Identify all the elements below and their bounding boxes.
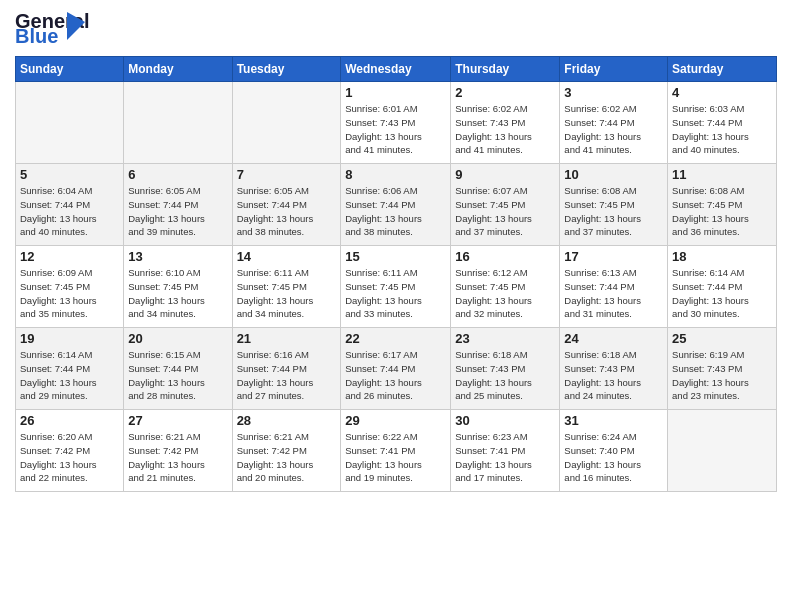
day-number: 19 [20, 331, 119, 346]
day-info: Sunrise: 6:15 AM Sunset: 7:44 PM Dayligh… [128, 348, 227, 403]
day-info: Sunrise: 6:02 AM Sunset: 7:44 PM Dayligh… [564, 102, 663, 157]
day-info: Sunrise: 6:19 AM Sunset: 7:43 PM Dayligh… [672, 348, 772, 403]
day-number: 6 [128, 167, 227, 182]
calendar-cell: 15Sunrise: 6:11 AM Sunset: 7:45 PM Dayli… [341, 246, 451, 328]
calendar-header-saturday: Saturday [668, 57, 777, 82]
calendar-cell: 2Sunrise: 6:02 AM Sunset: 7:43 PM Daylig… [451, 82, 560, 164]
calendar-cell [16, 82, 124, 164]
day-number: 15 [345, 249, 446, 264]
calendar-table: SundayMondayTuesdayWednesdayThursdayFrid… [15, 56, 777, 492]
day-info: Sunrise: 6:09 AM Sunset: 7:45 PM Dayligh… [20, 266, 119, 321]
day-number: 30 [455, 413, 555, 428]
calendar-cell: 24Sunrise: 6:18 AM Sunset: 7:43 PM Dayli… [560, 328, 668, 410]
calendar-cell: 20Sunrise: 6:15 AM Sunset: 7:44 PM Dayli… [124, 328, 232, 410]
calendar-cell: 6Sunrise: 6:05 AM Sunset: 7:44 PM Daylig… [124, 164, 232, 246]
day-info: Sunrise: 6:23 AM Sunset: 7:41 PM Dayligh… [455, 430, 555, 485]
day-number: 14 [237, 249, 337, 264]
day-number: 20 [128, 331, 227, 346]
calendar-cell: 29Sunrise: 6:22 AM Sunset: 7:41 PM Dayli… [341, 410, 451, 492]
calendar-cell [232, 82, 341, 164]
calendar-cell: 8Sunrise: 6:06 AM Sunset: 7:44 PM Daylig… [341, 164, 451, 246]
calendar-cell: 18Sunrise: 6:14 AM Sunset: 7:44 PM Dayli… [668, 246, 777, 328]
calendar-header-tuesday: Tuesday [232, 57, 341, 82]
calendar-cell: 28Sunrise: 6:21 AM Sunset: 7:42 PM Dayli… [232, 410, 341, 492]
day-number: 11 [672, 167, 772, 182]
calendar-cell: 11Sunrise: 6:08 AM Sunset: 7:45 PM Dayli… [668, 164, 777, 246]
day-info: Sunrise: 6:05 AM Sunset: 7:44 PM Dayligh… [128, 184, 227, 239]
calendar-week-4: 19Sunrise: 6:14 AM Sunset: 7:44 PM Dayli… [16, 328, 777, 410]
day-number: 9 [455, 167, 555, 182]
day-info: Sunrise: 6:04 AM Sunset: 7:44 PM Dayligh… [20, 184, 119, 239]
day-number: 28 [237, 413, 337, 428]
day-number: 25 [672, 331, 772, 346]
calendar-week-5: 26Sunrise: 6:20 AM Sunset: 7:42 PM Dayli… [16, 410, 777, 492]
calendar-week-1: 1Sunrise: 6:01 AM Sunset: 7:43 PM Daylig… [16, 82, 777, 164]
day-info: Sunrise: 6:03 AM Sunset: 7:44 PM Dayligh… [672, 102, 772, 157]
calendar-header-row: SundayMondayTuesdayWednesdayThursdayFrid… [16, 57, 777, 82]
day-number: 13 [128, 249, 227, 264]
calendar-cell: 17Sunrise: 6:13 AM Sunset: 7:44 PM Dayli… [560, 246, 668, 328]
header: General Blue [15, 10, 777, 48]
day-number: 18 [672, 249, 772, 264]
calendar-header-thursday: Thursday [451, 57, 560, 82]
calendar-cell: 3Sunrise: 6:02 AM Sunset: 7:44 PM Daylig… [560, 82, 668, 164]
day-number: 3 [564, 85, 663, 100]
day-info: Sunrise: 6:11 AM Sunset: 7:45 PM Dayligh… [237, 266, 337, 321]
page: General Blue SundayMondayTuesdayWednesda… [0, 0, 792, 612]
calendar-cell [668, 410, 777, 492]
day-number: 24 [564, 331, 663, 346]
day-info: Sunrise: 6:07 AM Sunset: 7:45 PM Dayligh… [455, 184, 555, 239]
calendar-cell: 25Sunrise: 6:19 AM Sunset: 7:43 PM Dayli… [668, 328, 777, 410]
calendar-cell: 16Sunrise: 6:12 AM Sunset: 7:45 PM Dayli… [451, 246, 560, 328]
day-number: 1 [345, 85, 446, 100]
calendar-header-sunday: Sunday [16, 57, 124, 82]
day-number: 7 [237, 167, 337, 182]
calendar-cell: 10Sunrise: 6:08 AM Sunset: 7:45 PM Dayli… [560, 164, 668, 246]
day-info: Sunrise: 6:18 AM Sunset: 7:43 PM Dayligh… [564, 348, 663, 403]
day-info: Sunrise: 6:21 AM Sunset: 7:42 PM Dayligh… [128, 430, 227, 485]
day-info: Sunrise: 6:22 AM Sunset: 7:41 PM Dayligh… [345, 430, 446, 485]
logo-blue: Blue [15, 25, 58, 48]
calendar-cell: 26Sunrise: 6:20 AM Sunset: 7:42 PM Dayli… [16, 410, 124, 492]
day-number: 29 [345, 413, 446, 428]
calendar-cell: 1Sunrise: 6:01 AM Sunset: 7:43 PM Daylig… [341, 82, 451, 164]
calendar-cell: 13Sunrise: 6:10 AM Sunset: 7:45 PM Dayli… [124, 246, 232, 328]
day-info: Sunrise: 6:10 AM Sunset: 7:45 PM Dayligh… [128, 266, 227, 321]
day-number: 5 [20, 167, 119, 182]
day-info: Sunrise: 6:08 AM Sunset: 7:45 PM Dayligh… [672, 184, 772, 239]
calendar-header-friday: Friday [560, 57, 668, 82]
day-info: Sunrise: 6:21 AM Sunset: 7:42 PM Dayligh… [237, 430, 337, 485]
calendar-cell: 23Sunrise: 6:18 AM Sunset: 7:43 PM Dayli… [451, 328, 560, 410]
day-info: Sunrise: 6:13 AM Sunset: 7:44 PM Dayligh… [564, 266, 663, 321]
day-number: 31 [564, 413, 663, 428]
day-info: Sunrise: 6:01 AM Sunset: 7:43 PM Dayligh… [345, 102, 446, 157]
calendar-header-monday: Monday [124, 57, 232, 82]
logo-icon [67, 12, 85, 40]
day-number: 17 [564, 249, 663, 264]
day-number: 8 [345, 167, 446, 182]
day-number: 26 [20, 413, 119, 428]
calendar-cell: 22Sunrise: 6:17 AM Sunset: 7:44 PM Dayli… [341, 328, 451, 410]
calendar-cell: 31Sunrise: 6:24 AM Sunset: 7:40 PM Dayli… [560, 410, 668, 492]
day-info: Sunrise: 6:14 AM Sunset: 7:44 PM Dayligh… [20, 348, 119, 403]
day-number: 2 [455, 85, 555, 100]
day-info: Sunrise: 6:18 AM Sunset: 7:43 PM Dayligh… [455, 348, 555, 403]
calendar-cell: 7Sunrise: 6:05 AM Sunset: 7:44 PM Daylig… [232, 164, 341, 246]
calendar-week-2: 5Sunrise: 6:04 AM Sunset: 7:44 PM Daylig… [16, 164, 777, 246]
calendar-cell: 12Sunrise: 6:09 AM Sunset: 7:45 PM Dayli… [16, 246, 124, 328]
day-info: Sunrise: 6:17 AM Sunset: 7:44 PM Dayligh… [345, 348, 446, 403]
day-number: 21 [237, 331, 337, 346]
calendar-cell: 30Sunrise: 6:23 AM Sunset: 7:41 PM Dayli… [451, 410, 560, 492]
day-info: Sunrise: 6:08 AM Sunset: 7:45 PM Dayligh… [564, 184, 663, 239]
calendar-cell: 14Sunrise: 6:11 AM Sunset: 7:45 PM Dayli… [232, 246, 341, 328]
calendar-cell [124, 82, 232, 164]
day-info: Sunrise: 6:12 AM Sunset: 7:45 PM Dayligh… [455, 266, 555, 321]
day-number: 10 [564, 167, 663, 182]
calendar-cell: 21Sunrise: 6:16 AM Sunset: 7:44 PM Dayli… [232, 328, 341, 410]
svg-marker-0 [67, 12, 85, 40]
calendar-cell: 9Sunrise: 6:07 AM Sunset: 7:45 PM Daylig… [451, 164, 560, 246]
calendar-cell: 27Sunrise: 6:21 AM Sunset: 7:42 PM Dayli… [124, 410, 232, 492]
calendar-cell: 4Sunrise: 6:03 AM Sunset: 7:44 PM Daylig… [668, 82, 777, 164]
day-number: 4 [672, 85, 772, 100]
calendar-cell: 5Sunrise: 6:04 AM Sunset: 7:44 PM Daylig… [16, 164, 124, 246]
